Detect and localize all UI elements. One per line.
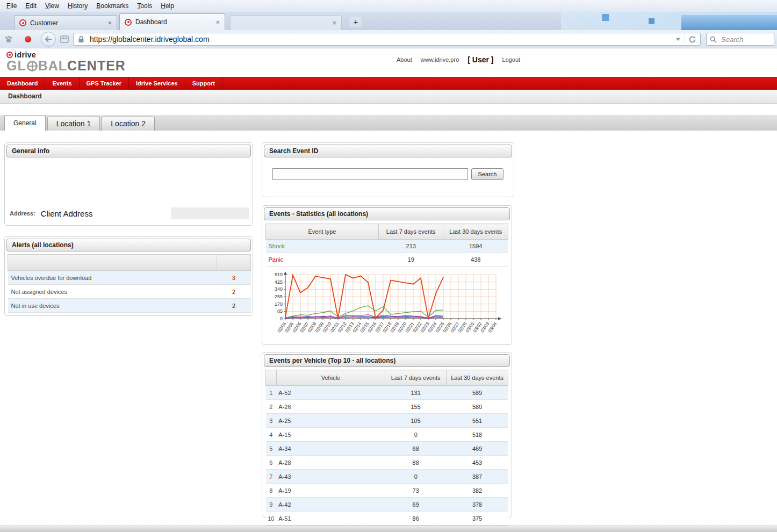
site-header: idrive GL BAL CENTER Aboutwww.idrive.pro… <box>0 48 777 77</box>
browser-tab-dashboard[interactable]: Dashboard× <box>119 13 225 30</box>
panel-title: Alerts (all locations) <box>6 239 251 251</box>
address-label: Address: <box>10 210 35 217</box>
browser-tab-blank[interactable]: × <box>230 15 342 30</box>
svg-text:255: 255 <box>275 294 283 299</box>
tab-location-2[interactable]: Location 2 <box>102 117 155 131</box>
nav-item-dashboard[interactable]: Dashboard <box>0 77 45 90</box>
column-header: Last 7 days events <box>385 370 447 386</box>
nav-item-events[interactable]: Events <box>45 77 79 90</box>
alert-value-cell: 2 <box>217 299 251 313</box>
last7-cell: 213 <box>378 240 443 253</box>
search-event-row: Search <box>272 168 512 180</box>
rank-cell: 5 <box>266 442 277 456</box>
last30-cell: 378 <box>447 498 508 512</box>
menu-history[interactable]: History <box>63 0 92 12</box>
window-bottom-edge <box>0 526 777 532</box>
menu-tools[interactable]: Tools <box>133 0 156 12</box>
last30-cell: 387 <box>447 470 508 484</box>
tab-groups-icon[interactable] <box>60 35 69 46</box>
paw-extension-icon[interactable] <box>4 35 13 46</box>
vehicle-cell: A-26 <box>276 400 385 414</box>
reload-icon[interactable] <box>688 35 696 44</box>
events-per-vehicle-panel: Events per Vehicle (Top 10 - all locatio… <box>262 352 512 517</box>
tab-close-icon[interactable]: × <box>107 19 112 26</box>
tab-close-icon[interactable]: × <box>332 19 336 26</box>
svg-text:510: 510 <box>275 272 283 277</box>
menu-view[interactable]: View <box>41 0 63 12</box>
alert-label-cell: Vehicles overdue for download <box>8 271 217 285</box>
nav-item-support[interactable]: Support <box>185 77 222 90</box>
url-input[interactable] <box>89 34 672 44</box>
background-window-taskbar <box>681 15 777 30</box>
event-type-cell: Shock <box>266 240 379 253</box>
urlbar-divider <box>685 34 685 44</box>
alert-label-cell: Not assigned devices <box>8 285 217 299</box>
browser-search-input[interactable] <box>720 35 777 44</box>
menu-bookmarks[interactable]: Bookmarks <box>92 0 133 12</box>
last7-cell: 155 <box>385 400 447 414</box>
nav-item-idrive-services[interactable]: Idrive Services <box>129 77 185 90</box>
search-button[interactable]: Search <box>471 168 503 180</box>
panel-title: Events per Vehicle (Top 10 - all locatio… <box>264 354 510 367</box>
address-value: Client Address <box>41 209 93 218</box>
menu-edit[interactable]: Edit <box>21 0 41 12</box>
rank-cell: 6 <box>266 456 277 470</box>
last7-cell: 105 <box>385 414 447 428</box>
series-green <box>285 306 443 318</box>
url-bar[interactable] <box>73 33 701 46</box>
background-window-block <box>649 18 654 24</box>
svg-text:03/04: 03/04 <box>487 321 498 333</box>
red-dot-extension-icon[interactable] <box>25 36 31 42</box>
logo-wordmark: GL BAL CENTER <box>6 59 126 73</box>
header-link-wwwidrivepro[interactable]: www.idrive.pro <box>421 56 459 63</box>
column-header <box>266 370 277 386</box>
urlbar-dropdown-icon[interactable] <box>676 38 680 41</box>
browser-tab-customer[interactable]: Customer× <box>14 15 117 30</box>
svg-text:425: 425 <box>275 279 283 285</box>
table-row: 6A-2888453 <box>266 456 508 470</box>
search-icon <box>710 36 717 43</box>
menu-file[interactable]: File <box>2 0 21 12</box>
rank-cell: 4 <box>266 428 277 442</box>
tab-general[interactable]: General <box>4 115 46 131</box>
table-row: 5A-3468469 <box>266 442 508 456</box>
last7-cell: 68 <box>385 442 447 456</box>
table-row: 7A-430387 <box>266 470 508 484</box>
last30-cell: 580 <box>447 400 508 414</box>
back-button[interactable] <box>41 32 56 47</box>
vehicle-cell: A-43 <box>276 470 385 484</box>
last7-cell: 69 <box>385 498 447 512</box>
new-tab-button[interactable]: + <box>349 17 362 27</box>
panel-title: Search Event ID <box>264 145 512 157</box>
header-link-user[interactable]: [ User ] <box>467 55 493 64</box>
rank-cell: 8 <box>266 484 277 498</box>
alert-value-cell: 3 <box>217 271 251 285</box>
table-row: Vehicles overdue for download3 <box>8 271 251 285</box>
browser-search-box[interactable] <box>706 33 774 46</box>
event-id-input[interactable] <box>272 168 468 180</box>
general-info-panel: General info Address: Client Address <box>4 142 253 226</box>
tab-location-1[interactable]: Location 1 <box>47 117 100 131</box>
logo-word-pre: GL <box>6 59 26 73</box>
header-link-about[interactable]: About <box>397 56 412 63</box>
menu-help[interactable]: Help <box>156 0 178 12</box>
vehicle-cell: A-19 <box>276 484 385 498</box>
events-chart-wrap: 08517025534042551002/0402/0502/0602/0702… <box>264 272 510 343</box>
rank-cell: 3 <box>266 414 277 428</box>
table-row: 9A-4269378 <box>266 498 508 512</box>
nav-item-gps-tracker[interactable]: GPS Tracker <box>80 77 129 90</box>
table-row: 4A-150518 <box>266 428 508 442</box>
back-arrow-icon <box>45 36 52 42</box>
last7-cell: 0 <box>385 428 447 442</box>
vehicle-cell: A-34 <box>276 442 385 456</box>
vehicle-cell: A-15 <box>276 428 385 442</box>
vehicle-cell: A-42 <box>276 498 385 512</box>
last30-cell: 518 <box>447 428 508 442</box>
last30-cell: 551 <box>447 414 508 428</box>
rank-cell: 10 <box>266 512 277 526</box>
table-row: Panic19438 <box>266 253 508 267</box>
address-empty-field <box>171 207 249 219</box>
header-link-logout[interactable]: Logout <box>502 56 521 63</box>
vehicle-cell: A-25 <box>276 414 385 428</box>
tab-close-icon[interactable]: × <box>215 19 220 26</box>
